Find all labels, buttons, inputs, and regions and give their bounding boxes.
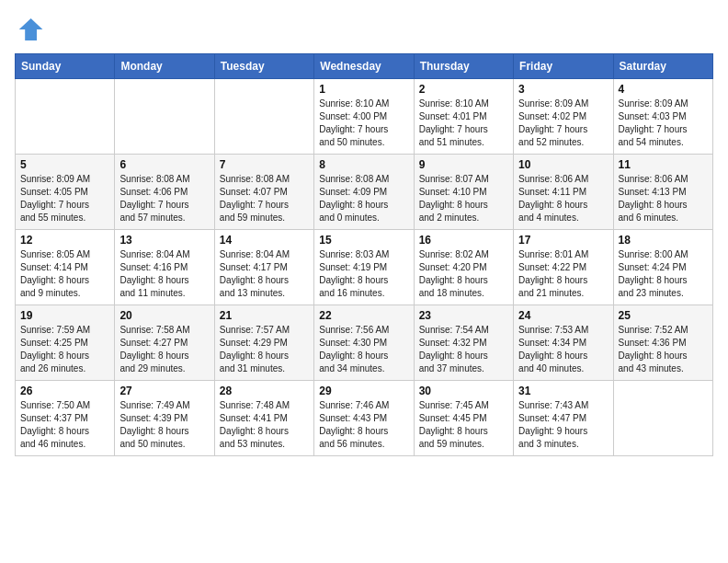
day-number: 22 <box>319 309 408 322</box>
day-number: 6 <box>119 158 209 171</box>
day-number: 25 <box>619 309 708 322</box>
day-info: Sunrise: 8:09 AM Sunset: 4:05 PM Dayligh… <box>20 173 109 224</box>
day-cell: 24Sunrise: 7:53 AM Sunset: 4:34 PM Dayli… <box>514 305 613 381</box>
day-info: Sunrise: 7:49 AM Sunset: 4:39 PM Dayligh… <box>119 399 209 451</box>
day-number: 11 <box>619 158 708 171</box>
day-cell <box>16 79 115 155</box>
day-info: Sunrise: 8:00 AM Sunset: 4:24 PM Dayligh… <box>619 248 708 300</box>
column-header-tuesday: Tuesday <box>214 54 313 79</box>
day-number: 8 <box>319 158 408 171</box>
day-info: Sunrise: 7:46 AM Sunset: 4:43 PM Dayligh… <box>319 399 408 451</box>
day-number: 14 <box>220 234 309 247</box>
day-info: Sunrise: 7:59 AM Sunset: 4:25 PM Dayligh… <box>20 324 109 375</box>
day-number: 28 <box>220 385 309 397</box>
day-cell: 29Sunrise: 7:46 AM Sunset: 4:43 PM Dayli… <box>314 381 414 456</box>
column-header-thursday: Thursday <box>414 54 513 79</box>
day-info: Sunrise: 8:09 AM Sunset: 4:02 PM Dayligh… <box>518 98 608 149</box>
day-info: Sunrise: 8:06 AM Sunset: 4:13 PM Dayligh… <box>619 173 708 224</box>
day-number: 31 <box>518 385 608 397</box>
day-cell: 13Sunrise: 8:04 AM Sunset: 4:16 PM Dayli… <box>115 230 214 305</box>
day-info: Sunrise: 7:54 AM Sunset: 4:32 PM Dayligh… <box>419 324 508 375</box>
day-cell: 26Sunrise: 7:50 AM Sunset: 4:37 PM Dayli… <box>16 381 115 456</box>
day-cell: 12Sunrise: 8:05 AM Sunset: 4:14 PM Dayli… <box>16 230 115 305</box>
day-number: 7 <box>220 158 309 171</box>
day-info: Sunrise: 7:43 AM Sunset: 4:47 PM Dayligh… <box>518 399 608 451</box>
day-number: 2 <box>419 83 508 96</box>
day-cell: 2Sunrise: 8:10 AM Sunset: 4:01 PM Daylig… <box>414 79 513 155</box>
day-number: 27 <box>119 385 209 397</box>
day-number: 12 <box>20 234 109 247</box>
logo-icon <box>15 15 44 44</box>
day-info: Sunrise: 7:53 AM Sunset: 4:34 PM Dayligh… <box>518 324 608 375</box>
column-header-saturday: Saturday <box>613 54 712 79</box>
day-number: 17 <box>518 234 608 247</box>
day-cell <box>115 79 214 155</box>
day-cell: 7Sunrise: 8:08 AM Sunset: 4:07 PM Daylig… <box>214 155 313 230</box>
day-cell: 16Sunrise: 8:02 AM Sunset: 4:20 PM Dayli… <box>414 230 513 305</box>
day-number: 10 <box>518 158 608 171</box>
day-info: Sunrise: 7:52 AM Sunset: 4:36 PM Dayligh… <box>619 324 708 375</box>
day-cell: 31Sunrise: 7:43 AM Sunset: 4:47 PM Dayli… <box>514 381 613 456</box>
week-row-3: 12Sunrise: 8:05 AM Sunset: 4:14 PM Dayli… <box>16 230 713 305</box>
day-number: 15 <box>319 234 408 247</box>
day-info: Sunrise: 8:08 AM Sunset: 4:06 PM Dayligh… <box>119 173 209 224</box>
day-info: Sunrise: 8:09 AM Sunset: 4:03 PM Dayligh… <box>619 98 708 149</box>
day-number: 29 <box>319 385 408 397</box>
day-number: 21 <box>220 309 309 322</box>
day-info: Sunrise: 7:56 AM Sunset: 4:30 PM Dayligh… <box>319 324 408 375</box>
day-number: 13 <box>119 234 209 247</box>
day-cell <box>613 381 712 456</box>
calendar-table: SundayMondayTuesdayWednesdayThursdayFrid… <box>15 53 713 456</box>
day-cell: 30Sunrise: 7:45 AM Sunset: 4:45 PM Dayli… <box>414 381 513 456</box>
day-info: Sunrise: 8:05 AM Sunset: 4:14 PM Dayligh… <box>20 248 109 300</box>
page-header <box>15 15 713 44</box>
column-header-wednesday: Wednesday <box>314 54 414 79</box>
day-cell: 22Sunrise: 7:56 AM Sunset: 4:30 PM Dayli… <box>314 305 414 381</box>
day-cell: 19Sunrise: 7:59 AM Sunset: 4:25 PM Dayli… <box>16 305 115 381</box>
day-number: 3 <box>518 83 608 96</box>
day-info: Sunrise: 7:45 AM Sunset: 4:45 PM Dayligh… <box>419 399 508 451</box>
day-number: 9 <box>419 158 508 171</box>
day-cell: 8Sunrise: 8:08 AM Sunset: 4:09 PM Daylig… <box>314 155 414 230</box>
week-row-5: 26Sunrise: 7:50 AM Sunset: 4:37 PM Dayli… <box>16 381 713 456</box>
day-info: Sunrise: 8:01 AM Sunset: 4:22 PM Dayligh… <box>518 248 608 300</box>
day-info: Sunrise: 8:10 AM Sunset: 4:01 PM Dayligh… <box>419 98 508 149</box>
day-cell: 6Sunrise: 8:08 AM Sunset: 4:06 PM Daylig… <box>115 155 214 230</box>
day-number: 1 <box>319 83 408 96</box>
day-number: 26 <box>20 385 109 397</box>
week-row-2: 5Sunrise: 8:09 AM Sunset: 4:05 PM Daylig… <box>16 155 713 230</box>
day-number: 4 <box>619 83 708 96</box>
day-cell: 1Sunrise: 8:10 AM Sunset: 4:00 PM Daylig… <box>314 79 414 155</box>
day-number: 18 <box>619 234 708 247</box>
day-cell: 5Sunrise: 8:09 AM Sunset: 4:05 PM Daylig… <box>16 155 115 230</box>
day-cell: 11Sunrise: 8:06 AM Sunset: 4:13 PM Dayli… <box>613 155 712 230</box>
day-info: Sunrise: 8:02 AM Sunset: 4:20 PM Dayligh… <box>419 248 508 300</box>
day-cell: 20Sunrise: 7:58 AM Sunset: 4:27 PM Dayli… <box>115 305 214 381</box>
logo <box>15 15 48 44</box>
week-row-4: 19Sunrise: 7:59 AM Sunset: 4:25 PM Dayli… <box>16 305 713 381</box>
day-info: Sunrise: 7:58 AM Sunset: 4:27 PM Dayligh… <box>119 324 209 375</box>
day-cell <box>214 79 313 155</box>
day-info: Sunrise: 8:08 AM Sunset: 4:09 PM Dayligh… <box>319 173 408 224</box>
day-info: Sunrise: 8:06 AM Sunset: 4:11 PM Dayligh… <box>518 173 608 224</box>
day-number: 30 <box>419 385 508 397</box>
day-info: Sunrise: 8:03 AM Sunset: 4:19 PM Dayligh… <box>319 248 408 300</box>
day-number: 19 <box>20 309 109 322</box>
column-header-monday: Monday <box>115 54 214 79</box>
day-number: 24 <box>518 309 608 322</box>
day-cell: 10Sunrise: 8:06 AM Sunset: 4:11 PM Dayli… <box>514 155 613 230</box>
day-cell: 9Sunrise: 8:07 AM Sunset: 4:10 PM Daylig… <box>414 155 513 230</box>
day-info: Sunrise: 8:04 AM Sunset: 4:16 PM Dayligh… <box>119 248 209 300</box>
day-cell: 21Sunrise: 7:57 AM Sunset: 4:29 PM Dayli… <box>214 305 313 381</box>
day-cell: 17Sunrise: 8:01 AM Sunset: 4:22 PM Dayli… <box>514 230 613 305</box>
column-header-friday: Friday <box>514 54 613 79</box>
day-cell: 4Sunrise: 8:09 AM Sunset: 4:03 PM Daylig… <box>613 79 712 155</box>
day-info: Sunrise: 8:04 AM Sunset: 4:17 PM Dayligh… <box>220 248 309 300</box>
day-cell: 3Sunrise: 8:09 AM Sunset: 4:02 PM Daylig… <box>514 79 613 155</box>
day-cell: 15Sunrise: 8:03 AM Sunset: 4:19 PM Dayli… <box>314 230 414 305</box>
day-number: 16 <box>419 234 508 247</box>
day-number: 5 <box>20 158 109 171</box>
day-cell: 28Sunrise: 7:48 AM Sunset: 4:41 PM Dayli… <box>214 381 313 456</box>
day-cell: 18Sunrise: 8:00 AM Sunset: 4:24 PM Dayli… <box>613 230 712 305</box>
day-info: Sunrise: 8:07 AM Sunset: 4:10 PM Dayligh… <box>419 173 508 224</box>
